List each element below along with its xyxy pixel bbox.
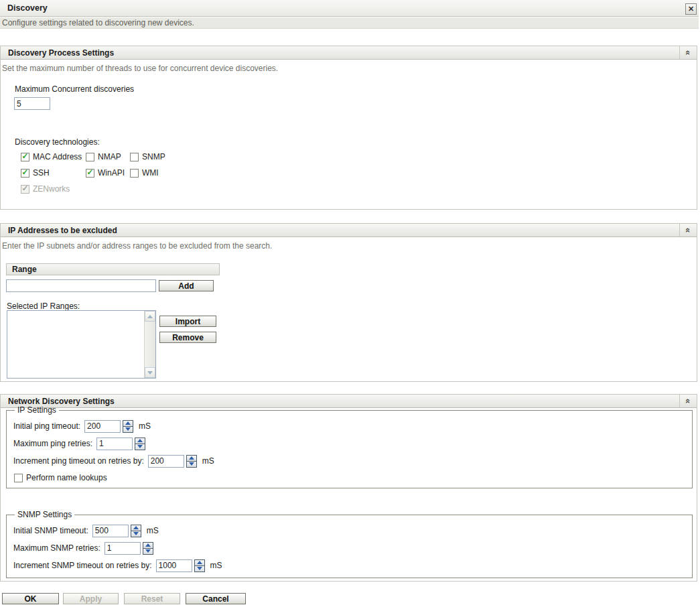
checkbox-zenworks: ✓ ZENworks — [21, 184, 86, 194]
dialog-subtitle-bar: Configure settings related to discoverin… — [0, 17, 699, 29]
checkbox-label: NMAP — [98, 152, 121, 161]
check-icon: ✓ — [86, 168, 93, 176]
unit-label: mS — [210, 561, 222, 570]
up-arrow-icon — [145, 543, 151, 547]
checkbox-label: WMI — [142, 168, 159, 178]
field-label: Maximum SNMP retries: — [13, 543, 100, 553]
field-label: Initial SNMP timeout: — [13, 526, 88, 535]
checkbox-label: SSH — [33, 168, 50, 178]
spinner-down-button[interactable] — [194, 565, 205, 572]
scroll-up-icon — [147, 315, 153, 318]
checkbox-label: MAC Address — [33, 152, 82, 161]
spinner — [143, 542, 153, 555]
down-arrow-icon — [145, 549, 151, 553]
snmp-settings-fieldset: SNMP Settings Initial SNMP timeout: mS M… — [6, 510, 693, 578]
up-arrow-icon — [197, 561, 202, 564]
checkbox-nmap[interactable]: ✓ NMAP — [86, 152, 130, 161]
selected-ip-ranges-listbox[interactable] — [7, 310, 156, 379]
spinner-down-button[interactable] — [123, 426, 133, 433]
listbox-scrollbar[interactable] — [144, 311, 155, 378]
checkbox-perform-name-lookups[interactable]: ✓ Perform name lookups — [14, 473, 107, 482]
collapse-chevron-icon: « — [684, 50, 693, 55]
field-label: Increment SNMP timeout on retries by: — [13, 561, 152, 570]
ok-button-label: OK — [25, 594, 37, 604]
maximum-ping-retries-input[interactable] — [96, 438, 133, 450]
checkbox-box[interactable]: ✓ — [130, 169, 139, 178]
maximum-snmp-retries-input[interactable] — [104, 542, 141, 555]
checkbox-winapi[interactable]: ✓ WinAPI — [86, 168, 130, 178]
up-arrow-icon — [133, 526, 139, 529]
perform-name-lookups-row: ✓ Perform name lookups — [14, 470, 692, 486]
spinner-down-button[interactable] — [143, 548, 153, 555]
up-arrow-icon — [125, 421, 131, 425]
ip-settings-legend: IP Settings — [15, 405, 59, 415]
add-button[interactable]: Add — [159, 280, 214, 291]
panel-ip-excluded: IP Addresses to be excluded « Enter the … — [0, 223, 697, 382]
remove-button[interactable]: Remove — [159, 332, 216, 343]
panel-title: IP Addresses to be excluded — [8, 226, 117, 235]
collapse-button[interactable]: « — [679, 224, 697, 237]
increment-ping-timeout-input[interactable] — [148, 455, 184, 468]
spinner-down-button[interactable] — [135, 444, 145, 450]
import-button[interactable]: Import — [159, 316, 216, 327]
range-input[interactable] — [6, 279, 156, 292]
checkbox-box[interactable]: ✓ — [21, 153, 29, 161]
check-icon: ✓ — [21, 184, 28, 192]
checkbox-box[interactable]: ✓ — [21, 169, 29, 178]
checkbox-wmi[interactable]: ✓ WMI — [130, 168, 190, 178]
checkbox-box[interactable]: ✓ — [14, 474, 23, 482]
spinner — [123, 420, 133, 433]
checkbox-ssh[interactable]: ✓ SSH — [21, 168, 86, 178]
spinner-down-button[interactable] — [131, 531, 141, 537]
down-arrow-icon — [125, 427, 131, 431]
cancel-button-label: Cancel — [202, 594, 228, 604]
checkbox-label: Perform name lookups — [26, 473, 107, 482]
checkbox-snmp[interactable]: ✓ SNMP — [130, 152, 190, 161]
import-button-label: Import — [176, 317, 200, 326]
check-icon: ✓ — [21, 168, 28, 176]
checkbox-box[interactable]: ✓ — [86, 153, 94, 161]
discovery-technologies-label: Discovery technologies: — [15, 137, 100, 147]
down-arrow-icon — [189, 462, 194, 466]
scroll-up-button[interactable] — [145, 311, 155, 322]
checkbox-box[interactable]: ✓ — [130, 153, 139, 161]
panel-description: Set the maximum number of threads to use… — [2, 64, 278, 73]
spinner — [131, 525, 141, 537]
check-icon: ✓ — [21, 152, 28, 160]
down-arrow-icon — [133, 532, 139, 535]
ok-button[interactable]: OK — [2, 593, 59, 604]
close-button[interactable]: ✕ — [685, 3, 697, 15]
spinner — [135, 438, 145, 450]
down-arrow-icon — [197, 567, 202, 570]
initial-ping-timeout-row: Initial ping timeout: mS — [13, 417, 692, 435]
unit-label: mS — [202, 456, 214, 466]
panel-description: Enter the IP subnets and/or address rang… — [2, 241, 272, 251]
collapse-button[interactable]: « — [679, 46, 697, 59]
checkbox-label: ZENworks — [33, 184, 70, 194]
remove-button-label: Remove — [172, 333, 204, 342]
scroll-down-icon — [147, 371, 153, 375]
spinner-down-button[interactable] — [186, 461, 197, 468]
max-concurrent-input[interactable] — [14, 97, 50, 110]
checkbox-label: WinAPI — [98, 168, 125, 178]
initial-snmp-timeout-input[interactable] — [92, 525, 129, 537]
checkbox-label: SNMP — [142, 152, 165, 161]
cancel-button[interactable]: Cancel — [186, 593, 246, 604]
checkbox-box: ✓ — [21, 185, 29, 194]
dialog-title-bar: Discovery — [0, 0, 699, 17]
range-header-label: Range — [12, 265, 37, 274]
initial-ping-timeout-input[interactable] — [84, 420, 121, 433]
field-label: Initial ping timeout: — [13, 421, 80, 431]
panel-discovery-process: Discovery Process Settings « Set the max… — [0, 46, 697, 210]
checkbox-box[interactable]: ✓ — [86, 169, 94, 178]
spinner — [194, 559, 205, 572]
listbox-items[interactable] — [7, 311, 144, 378]
discovery-dialog: Discovery ✕ Configure settings related t… — [0, 0, 700, 605]
panel-title: Network Discovery Settings — [8, 397, 115, 406]
unit-label: mS — [139, 421, 151, 431]
down-arrow-icon — [137, 445, 143, 448]
scroll-down-button[interactable] — [145, 367, 155, 378]
technology-checkbox-grid: ✓ MAC Address ✓ NMAP ✓ SNMP ✓ SSH ✓ WinA… — [21, 152, 190, 194]
checkbox-mac-address[interactable]: ✓ MAC Address — [21, 152, 86, 161]
increment-snmp-timeout-input[interactable] — [156, 559, 192, 572]
